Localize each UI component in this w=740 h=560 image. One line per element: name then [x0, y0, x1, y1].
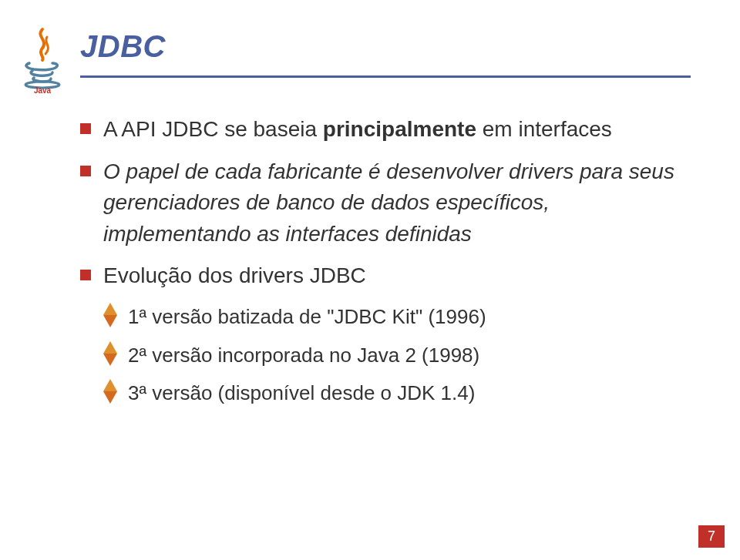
title-block: JDBC [80, 29, 166, 64]
bullet-2: O papel de cada fabricante é desenvolver… [80, 156, 681, 250]
bullet-2-text: O papel de cada fabricante é desenvolver… [103, 159, 674, 246]
bullet-1: A API JDBC se baseia principalmente em i… [80, 114, 681, 146]
sub-bullet-2-text: 2ª versão incorporada no Java 2 (1998) [128, 344, 479, 367]
title-rule [80, 75, 691, 78]
bullet-1-emph: principalmente [323, 117, 476, 141]
sub-bullet-1-text: 1ª versão batizada de "JDBC Kit" (1996) [128, 305, 486, 328]
sub-bullet-2: 2ª versão incorporada no Java 2 (1998) [103, 341, 681, 371]
bullet-1-suffix: em interfaces [476, 117, 612, 141]
slide-title: JDBC [80, 29, 166, 63]
slide: Java JDBC A API JDBC se baseia principal… [0, 0, 740, 560]
bullet-3-text: Evolução dos drivers JDBC [103, 263, 366, 287]
content-area: A API JDBC se baseia principalmente em i… [80, 114, 681, 417]
java-logo-icon: Java [18, 26, 66, 94]
sub-bullet-3-text: 3ª versão (disponível desde o JDK 1.4) [128, 381, 475, 404]
page-number: 7 [698, 525, 725, 548]
sub-bullet-1: 1ª versão batizada de "JDBC Kit" (1996) [103, 303, 681, 332]
java-logo-text: Java [34, 86, 52, 94]
bullet-1-prefix: A API JDBC se baseia [103, 117, 323, 141]
sub-bullet-3: 3ª versão (disponível desde o JDK 1.4) [103, 379, 681, 408]
bullet-3: Evolução dos drivers JDBC [80, 260, 681, 292]
